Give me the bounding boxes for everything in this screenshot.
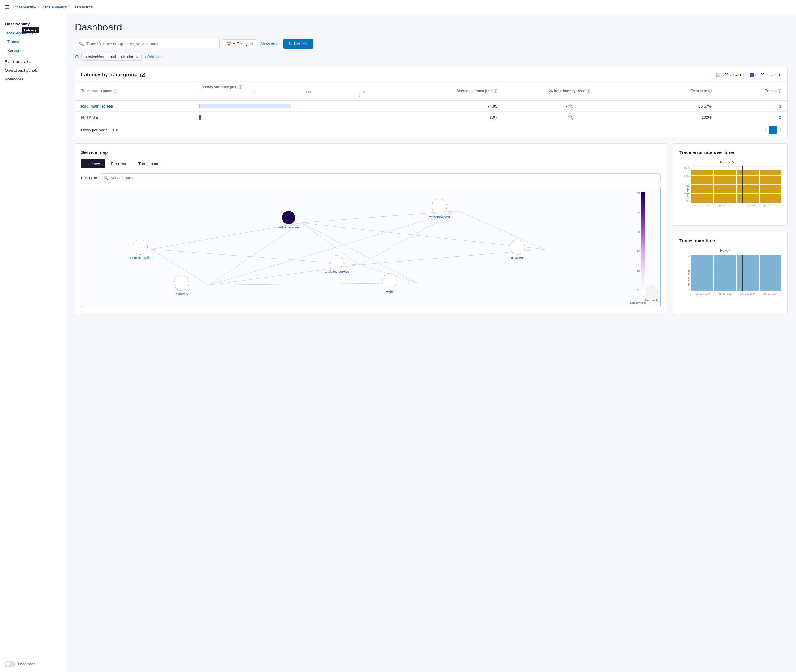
col-avg-latency: Average latency (ms) ⓘ — [372, 82, 503, 101]
service-map-tabs: Latency Error rate Throughput — [81, 159, 661, 168]
search-icon: 🔍 — [79, 41, 84, 46]
node-analytics-service[interactable]: analytics-service — [324, 255, 349, 273]
frontend-client-label: frontend-client — [429, 215, 450, 219]
row-1-traces-link[interactable]: 1 — [779, 115, 781, 120]
breadcrumb-trace-analytics[interactable]: Trace analytics — [41, 5, 67, 10]
gridline — [692, 194, 781, 194]
row-0-error-rate: 66.67% — [636, 101, 717, 112]
row-1-zoom-icon[interactable]: 🔍 — [568, 115, 573, 120]
row-0-avg-latency: 74.95 — [372, 101, 503, 112]
traces-x-label-2: Apr 19, 202* — [740, 292, 755, 295]
traces-x-label-0: Apr 19, 202* — [695, 292, 710, 295]
traces-y-label-4: 4 — [688, 254, 690, 258]
service-map-visualization: authentication frontend-client recommend… — [81, 187, 661, 307]
latency-tooltip: Latency — [22, 27, 39, 33]
row-0-trend-dash: - — [566, 104, 567, 109]
prev-page-button[interactable]: ‹ — [765, 127, 766, 133]
sidebar-item-services[interactable]: Services — [0, 46, 66, 55]
toolbar: 🔍 📅 ▾ This year Show dates ↻ Refresh — [75, 39, 788, 48]
gridline — [692, 273, 781, 273]
svg-line-4 — [458, 211, 544, 249]
dark-mode-toggle[interactable] — [5, 661, 16, 667]
focus-search-input[interactable] — [110, 176, 657, 180]
gridline — [692, 254, 781, 255]
row-1-variance-bar — [199, 115, 366, 120]
row-0-name[interactable]: load_main_screen — [81, 104, 113, 109]
traces-chart-card: Traces over time Now: 4 4 3 2 1 0 — [673, 232, 788, 314]
gridline — [692, 184, 781, 185]
network-lines-svg — [82, 187, 660, 307]
node-inventory[interactable]: inventory — [174, 276, 189, 296]
gridline — [692, 264, 781, 264]
authentication-label: authentication — [278, 226, 299, 229]
node-payment[interactable]: payment — [510, 240, 525, 259]
sidebar-item-traces[interactable]: Traces — [0, 37, 66, 46]
add-filter-button[interactable]: + Add filter — [144, 54, 163, 59]
error-rate-chart-title: Trace error rate over time — [679, 150, 781, 155]
legend-dark: >= 95 percentile — [750, 73, 781, 77]
error-rate-now-line — [742, 166, 743, 203]
focus-on-label: Focus on — [81, 176, 97, 180]
traces-y-label-3: 3 — [688, 263, 690, 266]
sidebar-item-event-analytics[interactable]: Event analytics — [0, 57, 66, 66]
no-match-circle — [645, 286, 658, 298]
traces-x-label-3: Apr 19, 202* — [762, 292, 778, 295]
sidebar-item-notebooks[interactable]: Notebooks — [0, 75, 66, 83]
search-box[interactable]: 🔍 — [75, 39, 220, 48]
filter-icon[interactable]: ⚙ — [75, 54, 79, 60]
legend-light: < 95 percentile — [716, 73, 745, 77]
menu-icon[interactable]: ☰ — [5, 4, 10, 11]
no-match-node: No match — [645, 286, 658, 302]
svg-line-14 — [302, 223, 417, 283]
tab-error-rate[interactable]: Error rate — [106, 159, 133, 168]
rows-per-page-selector[interactable]: Rows per page: 10 ▾ — [81, 128, 118, 132]
next-page-button[interactable]: › — [780, 127, 781, 133]
tab-throughput[interactable]: Throughput — [133, 159, 164, 168]
payment-circle — [510, 240, 525, 254]
recommendation-circle — [133, 240, 148, 254]
top-navigation: ☰ Observability / Trace analytics / Dash… — [0, 0, 796, 14]
y-label-60: 60% — [684, 175, 690, 178]
traces-y-label-0: 0 — [688, 288, 690, 291]
x-label-1: Apr 19, 202* — [717, 204, 733, 207]
row-1-name[interactable]: HTTP GET — [81, 115, 100, 120]
rows-per-page-chevron: ▾ — [116, 128, 118, 132]
row-0-traces-link[interactable]: 3 — [779, 104, 781, 109]
sidebar-item-operational-panels[interactable]: Operational panels — [0, 66, 66, 75]
tab-latency[interactable]: Latency — [81, 159, 105, 168]
col-trace-group-name: Trace group name ⓘ — [75, 82, 193, 101]
focus-search-icon: 🔍 — [103, 175, 109, 180]
node-authentication[interactable]: authentication — [278, 211, 299, 229]
y-label-0: 0% — [686, 200, 690, 203]
focus-input-box[interactable]: 🔍 — [100, 173, 661, 182]
error-rate-x-axis: Apr 19, 202* Apr 19, 202* Apr 19, 202* A… — [679, 204, 781, 207]
node-frontend-client[interactable]: frontend-client — [429, 199, 450, 219]
table-section-header: Latency by trace group (2) < 95 percenti… — [75, 67, 787, 82]
row-1-traces: 1 — [717, 112, 787, 123]
search-input[interactable] — [86, 42, 216, 46]
show-dates-button[interactable]: Show dates — [260, 42, 281, 46]
table-row: load_main_screen 74.95 - 🔍 66.67% — [75, 101, 787, 112]
pagination-row: Rows per page: 10 ▾ ‹ 1 › — [75, 123, 787, 137]
date-picker-button[interactable]: 📅 ▾ This year — [223, 40, 257, 48]
main-content: Dashboard 🔍 📅 ▾ This year Show dates ↻ R… — [66, 14, 796, 672]
calendar-chevron: ▾ — [233, 42, 235, 46]
order-label: order — [386, 290, 394, 293]
x-label-0: Apr 19, 202* — [695, 204, 710, 207]
legend-dark-label: >= 95 percentile — [755, 73, 781, 77]
page-number-1[interactable]: 1 — [769, 126, 777, 134]
sidebar-item-trace-analytics[interactable]: Trace analytics Latency — [0, 29, 66, 37]
filter-tag-servicename: serviceName: authentication × — [82, 53, 142, 61]
traces-now-line — [742, 254, 743, 291]
gridline — [692, 291, 781, 291]
breadcrumb-observability[interactable]: Observability — [13, 5, 36, 10]
row-0-zoom-icon[interactable]: 🔍 — [568, 104, 573, 109]
node-recommendation[interactable]: recommendation — [128, 240, 152, 259]
refresh-button[interactable]: ↻ Refresh — [283, 39, 313, 48]
error-rate-chart-area: Now: 75% 80% 60% 40% 20% 0% — [679, 159, 781, 219]
filter-remove-button[interactable]: × — [136, 54, 138, 59]
node-order[interactable]: order — [382, 273, 397, 293]
colorbar-label-0: 0 — [637, 289, 640, 292]
row-1-variance-cell — [193, 112, 372, 123]
refresh-icon: ↻ — [288, 41, 292, 46]
